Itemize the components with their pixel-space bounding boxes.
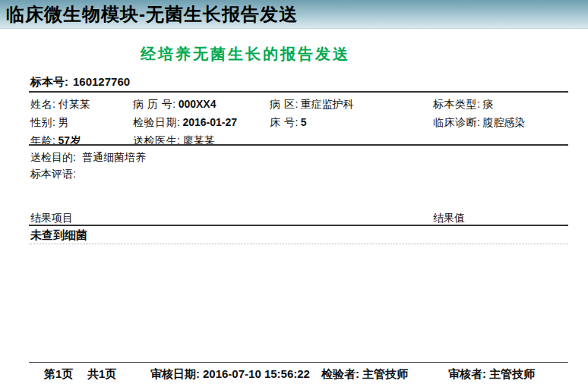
results-column-item: 结果项目 — [30, 212, 73, 225]
field-patient-name-label: 姓名: — [30, 98, 55, 110]
divider-under-patient-info — [29, 144, 568, 146]
field-specimen-comment-label: 标本评语: — [30, 168, 76, 180]
field-bed-no-value: 5 — [301, 116, 307, 128]
divider-under-results-header — [29, 225, 568, 226]
field-bed-no: 床 号:5 — [270, 116, 433, 130]
field-test-purpose-value: 普通细菌培养 — [82, 151, 146, 163]
field-bed-no-label: 床 号: — [270, 116, 299, 128]
divider-under-specimen — [29, 91, 568, 93]
footer-examiner: 检验者:主管技师 — [321, 367, 408, 382]
divider-above-footer — [29, 362, 568, 363]
specimen-number-row: 标本号:160127760 — [30, 75, 130, 90]
report-footer: 第1页 共1页 审核日期:2016-07-10 15:56:22 检验者:主管技… — [29, 367, 568, 382]
field-ward: 病 区:重症监护科 — [270, 98, 433, 112]
field-test-date-label: 检验日期: — [133, 116, 180, 128]
field-gender-label: 性别: — [30, 116, 55, 128]
field-ward-value: 重症监护科 — [301, 98, 354, 110]
patient-info-grid: 姓名:付某某 病 历 号:000XX4 病 区:重症监护科 标本类型:痰 性别:… — [30, 96, 568, 150]
field-ward-label: 病 区: — [270, 98, 299, 110]
field-test-purpose-label: 送检目的: — [30, 151, 76, 163]
field-medical-record-no-value: 000XX4 — [179, 98, 217, 110]
results-column-value: 结果值 — [433, 212, 465, 225]
field-gender: 性别:男 — [30, 116, 133, 130]
field-patient-name: 姓名:付某某 — [30, 98, 133, 112]
footer-page-number: 第1页 — [44, 367, 73, 382]
footer-examiner-label: 检验者: — [321, 367, 359, 380]
footer-total-pages: 共1页 — [87, 367, 116, 382]
field-test-date-value: 2016-01-27 — [182, 116, 237, 128]
report-window: 临床微生物模块-无菌生长报告发送 经培养无菌生长的报告发送 标本号:160127… — [0, 0, 588, 390]
field-gender-value: 男 — [58, 116, 68, 128]
field-test-purpose: 送检目的:普通细菌培养 — [30, 151, 146, 165]
field-medical-record-no-label: 病 历 号: — [133, 98, 176, 110]
field-medical-record-no: 病 历 号:000XX4 — [133, 98, 270, 112]
footer-examiner-value: 主管技师 — [362, 367, 408, 380]
field-specimen-comment: 标本评语: — [30, 168, 76, 181]
specimen-number-label: 标本号: — [30, 75, 68, 88]
footer-reviewer-value: 主管技师 — [489, 367, 535, 380]
field-age: 年龄:57岁 — [30, 134, 133, 148]
dotted-divider — [29, 244, 568, 244]
field-clinical-diagnosis-value: 腹腔感染 — [482, 116, 525, 128]
footer-review-date-label: 审核日期: — [150, 367, 200, 380]
footer-review-date: 审核日期:2016-07-10 15:56:22 — [150, 367, 310, 382]
field-test-date: 检验日期:2016-01-27 — [133, 116, 270, 130]
field-specimen-type-label: 标本类型: — [433, 98, 480, 110]
field-clinical-diagnosis-label: 临床诊断: — [433, 116, 480, 128]
report-body: 标本号:160127760 姓名:付某某 病 历 号:000XX4 病 区:重症… — [29, 0, 568, 390]
footer-reviewer: 审核者:主管技师 — [448, 367, 535, 382]
field-sending-doctor: 送检医生:廖某某 — [133, 134, 270, 148]
footer-reviewer-label: 审核者: — [448, 367, 486, 380]
field-patient-name-value: 付某某 — [58, 98, 90, 110]
field-specimen-type-value: 痰 — [482, 98, 493, 110]
result-row: 未查到细菌 — [30, 228, 87, 243]
result-item: 未查到细菌 — [30, 228, 87, 241]
field-specimen-type: 标本类型:痰 — [433, 98, 568, 112]
field-clinical-diagnosis: 临床诊断:腹腔感染 — [433, 116, 568, 130]
specimen-number-value: 160127760 — [73, 75, 130, 88]
footer-review-date-value: 2016-07-10 15:56:22 — [203, 367, 310, 380]
